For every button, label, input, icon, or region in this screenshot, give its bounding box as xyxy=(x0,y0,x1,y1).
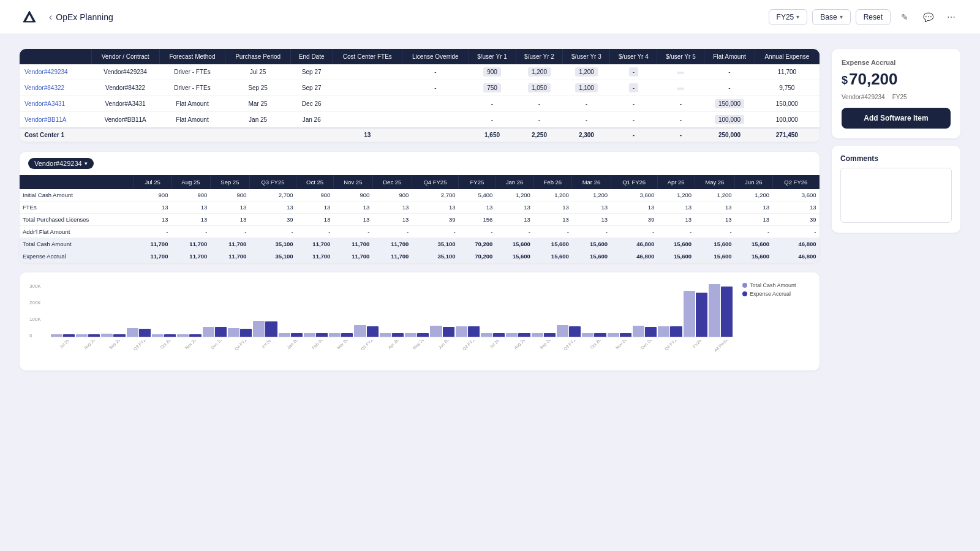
row-flat: - xyxy=(704,80,755,96)
chart-bar-group xyxy=(405,333,429,337)
row-name[interactable]: Vendor#A3431 xyxy=(20,96,91,112)
detail-row-cell: 1,200 xyxy=(533,189,572,201)
detail-row-cell: 11,700 xyxy=(210,250,249,263)
expense-fy: FY25 xyxy=(892,94,907,100)
vendor-detail-card: Vendor#429234 ▾ Jul 25 Aug 25 Sep 25 Q3 xyxy=(20,152,820,263)
bar-accrual xyxy=(265,321,277,337)
chart-bar-group xyxy=(177,334,201,337)
chart-bar-group xyxy=(481,333,505,337)
detail-row-cell: 900 xyxy=(171,189,210,201)
row-yr2[interactable]: 1,200 xyxy=(516,64,563,80)
col-yr1: $/user Yr 1 xyxy=(469,49,516,64)
col-vendor: Vendor / Contract xyxy=(91,49,159,64)
row-yr3[interactable]: 1,200 xyxy=(563,64,610,80)
bar-accrual xyxy=(468,326,480,337)
chart-bar-group xyxy=(582,333,606,337)
col-header-row-label xyxy=(20,49,91,64)
row-yr5[interactable] xyxy=(657,80,704,96)
fy-dropdown[interactable]: FY25 ▾ xyxy=(769,9,808,25)
expense-vendor: Vendor#429234 xyxy=(842,94,885,100)
chart-bar-group xyxy=(557,325,581,337)
subtotal-label: Cost Center 1 xyxy=(20,128,91,142)
detail-row-cell: 13 xyxy=(333,201,372,214)
row-yr4[interactable]: - xyxy=(610,64,657,80)
vendor-tag-name: Vendor#429234 xyxy=(34,160,82,167)
row-yr1[interactable]: 900 xyxy=(469,64,516,80)
bar-accrual xyxy=(443,327,454,337)
row-annual: 150,000 xyxy=(755,96,819,112)
detail-row-cell: 35,100 xyxy=(412,238,458,250)
bar-total xyxy=(582,333,594,337)
detail-col-dec25: Dec 25 xyxy=(372,175,412,189)
detail-row-cell: 900 xyxy=(210,189,249,201)
legend-total-dot xyxy=(742,283,747,288)
detail-row-cell: 13 xyxy=(533,214,572,226)
detail-row-cell: 11,700 xyxy=(171,238,210,250)
detail-row-cell: 13 xyxy=(657,201,695,214)
left-panel: Vendor / Contract Forecast Method Purcha… xyxy=(20,49,820,370)
row-yr2[interactable]: 1,050 xyxy=(516,80,563,96)
table-row: Vendor#429234 Vendor#429234 Driver - FTE… xyxy=(20,64,820,80)
row-yr1[interactable]: 750 xyxy=(469,80,516,96)
more-icon[interactable]: ⋯ xyxy=(942,8,960,26)
detail-row-cell: 15,600 xyxy=(533,238,572,250)
row-yr4[interactable]: - xyxy=(610,80,657,96)
col-yr2: $/user Yr 2 xyxy=(516,49,563,64)
detail-col-feb26: Feb 26 xyxy=(533,175,572,189)
detail-row-cell: - xyxy=(210,226,249,238)
row-annual: 9,750 xyxy=(755,80,819,96)
add-software-button[interactable]: Add Software Item xyxy=(842,108,951,129)
detail-row-cell: 1,200 xyxy=(496,189,533,201)
back-button[interactable]: ‹ xyxy=(49,12,52,23)
row-name[interactable]: Vendor#BB11A xyxy=(20,112,91,129)
legend-total-label: Total Cash Amount xyxy=(750,282,796,288)
bar-total xyxy=(532,333,543,337)
detail-row-cell: 13 xyxy=(372,214,412,226)
chart-x-label: Q3 FY26 xyxy=(560,340,589,358)
main-content: Vendor / Contract Forecast Method Purcha… xyxy=(0,34,980,385)
vendor-tag[interactable]: Vendor#429234 ▾ xyxy=(28,158,94,169)
chart-bar-group xyxy=(456,326,480,337)
comments-textarea[interactable] xyxy=(840,168,952,223)
row-annual: 11,700 xyxy=(755,64,819,80)
detail-row-cell: 15,600 xyxy=(657,238,695,250)
detail-row-cell: 13 xyxy=(134,214,172,226)
detail-row-cell: 13 xyxy=(496,201,533,214)
detail-row-cell: 11,700 xyxy=(333,238,372,250)
bar-total xyxy=(177,334,189,337)
subtotal-vendor xyxy=(91,128,159,142)
detail-row-cell: 11,700 xyxy=(171,250,210,263)
row-yr5[interactable] xyxy=(657,64,704,80)
detail-col-q1fy26: Q1 FY26 xyxy=(611,175,657,189)
row-flat[interactable]: 100,000 xyxy=(704,112,755,129)
chart-bar-group xyxy=(709,284,733,337)
row-yr3[interactable]: 1,100 xyxy=(563,80,610,96)
row-flat[interactable]: 150,000 xyxy=(704,96,755,112)
bar-accrual xyxy=(417,333,429,337)
row-period: Jan 25 xyxy=(225,112,290,129)
col-annual: Annual Expense xyxy=(755,49,819,64)
bar-total xyxy=(152,334,164,337)
breadcrumb: ‹ OpEx Planning xyxy=(49,12,113,23)
base-dropdown[interactable]: Base ▾ xyxy=(812,9,850,25)
detail-row-cell: 13 xyxy=(572,214,611,226)
edit-icon[interactable]: ✎ xyxy=(895,8,914,26)
detail-row-cell: - xyxy=(735,226,772,238)
detail-row-cell: - xyxy=(296,226,334,238)
bar-accrual xyxy=(392,333,404,337)
row-ftes xyxy=(333,64,402,80)
chart-bar-group xyxy=(658,326,682,337)
comment-icon[interactable]: 💬 xyxy=(919,8,937,26)
row-name[interactable]: Vendor#84322 xyxy=(20,80,91,96)
chart-bar-group xyxy=(279,333,303,337)
col-yr4: $/user Yr 4 xyxy=(610,49,657,64)
bar-accrual xyxy=(63,334,75,337)
detail-row-cell: 13 xyxy=(533,201,572,214)
row-name[interactable]: Vendor#429234 xyxy=(20,64,91,80)
reset-button[interactable]: Reset xyxy=(856,9,891,25)
app-container: ‹ OpEx Planning FY25 ▾ Base ▾ Reset ✎ 💬 … xyxy=(0,0,980,551)
chart-y-100k: 100K xyxy=(29,317,41,322)
bar-total xyxy=(380,333,391,337)
chart-bar-group xyxy=(430,326,454,337)
detail-row-cell: 15,600 xyxy=(533,250,572,263)
